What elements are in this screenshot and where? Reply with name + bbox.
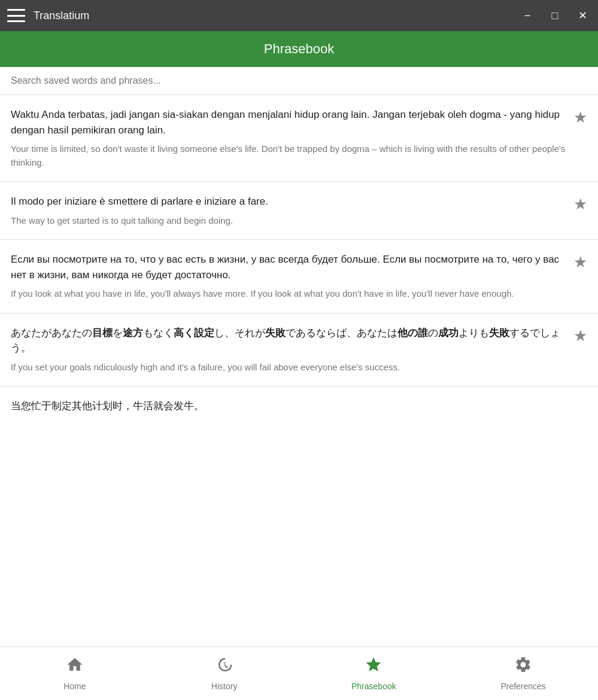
list-item[interactable]: Il modo per iniziare è smettere di parla… — [0, 182, 598, 240]
minimize-button[interactable]: − — [519, 7, 536, 24]
nav-item-home[interactable]: Home — [0, 647, 150, 700]
search-input[interactable] — [11, 75, 587, 86]
phrases-list: Waktu Anda terbatas, jadi jangan sia-sia… — [0, 95, 598, 646]
phrase-original: Il modo per iniziare è smettere di parla… — [11, 194, 566, 209]
nav-item-history[interactable]: History — [150, 647, 299, 700]
phrase-original: 当您忙于制定其他计划时，牛活就会发牛。 — [11, 398, 587, 414]
page-header: Phrasebook — [0, 31, 598, 67]
star-icon — [365, 656, 383, 678]
phrase-text-block: Il modo per iniziare è smettere di parla… — [11, 194, 566, 227]
nav-label-preferences: Preferences — [500, 681, 545, 691]
phrase-text-block: Если вы посмотрите на то, что у вас есть… — [11, 252, 566, 301]
phrase-translation: If you look at what you have in life, yo… — [11, 287, 566, 301]
phrase-translation: The way to get started is to quit talkin… — [11, 214, 566, 228]
nav-label-history: History — [211, 681, 238, 691]
close-button[interactable]: ✕ — [574, 7, 591, 24]
phrase-text-block: Waktu Anda terbatas, jadi jangan sia-sia… — [11, 107, 566, 169]
phrase-text-block: 当您忙于制定其他计划时，牛活就会发牛。 — [11, 398, 587, 419]
titlebar: Translatium − □ ✕ — [0, 0, 598, 31]
window-controls: − □ ✕ — [519, 7, 591, 24]
home-icon — [66, 656, 84, 678]
list-item[interactable]: あなたがあなたの目標を途方もなく高く設定し、それが失敗であるならば、あなたは他の… — [0, 314, 598, 387]
menu-button[interactable] — [7, 9, 25, 22]
nav-label-phrasebook: Phrasebook — [351, 681, 396, 691]
phrase-original: Waktu Anda terbatas, jadi jangan sia-sia… — [11, 107, 566, 138]
maximize-button[interactable]: □ — [547, 7, 563, 24]
star-button[interactable]: ★ — [573, 254, 587, 270]
page-title: Phrasebook — [264, 41, 334, 57]
star-button[interactable]: ★ — [573, 328, 587, 343]
search-bar — [0, 67, 598, 95]
star-button[interactable]: ★ — [573, 109, 587, 125]
nav-label-home: Home — [63, 681, 86, 691]
nav-item-preferences[interactable]: Preferences — [448, 647, 598, 700]
list-item[interactable]: Waktu Anda terbatas, jadi jangan sia-sia… — [0, 95, 598, 182]
phrase-original: あなたがあなたの目標を途方もなく高く設定し、それが失敗であるならば、あなたは他の… — [11, 325, 566, 356]
phrase-text-block: あなたがあなたの目標を途方もなく高く設定し、それが失敗であるならば、あなたは他の… — [11, 325, 566, 375]
history-icon — [215, 656, 233, 678]
phrase-original: Если вы посмотрите на то, что у вас есть… — [11, 252, 566, 282]
settings-icon — [514, 656, 532, 678]
list-item[interactable]: Если вы посмотрите на то, что у вас есть… — [0, 240, 598, 314]
star-button[interactable]: ★ — [573, 196, 587, 212]
list-item[interactable]: 当您忙于制定其他计划时，牛活就会发牛。 — [0, 386, 598, 424]
app-title: Translatium — [34, 10, 519, 22]
nav-item-phrasebook[interactable]: Phrasebook — [299, 647, 449, 700]
phrase-translation: If you set your goals ridiculously high … — [11, 361, 566, 375]
bottom-nav: Home History Phrasebook Preferences — [0, 646, 598, 700]
phrase-translation: Your time is limited, so don't waste it … — [11, 142, 566, 169]
